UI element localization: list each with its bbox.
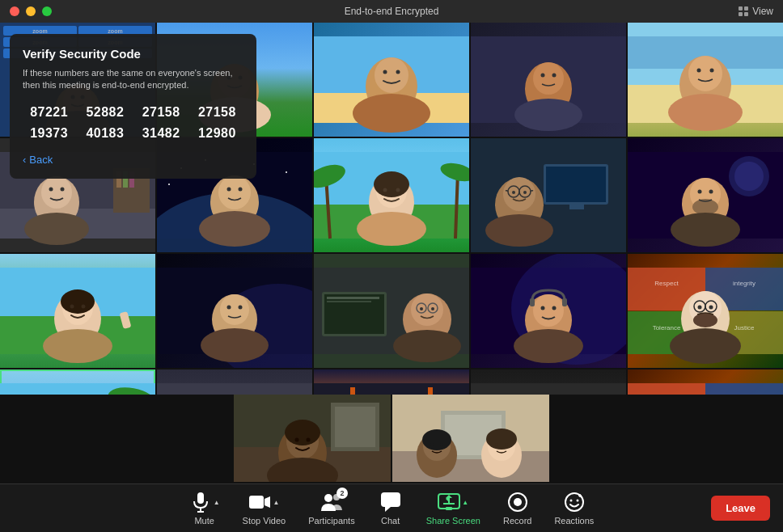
svg-point-217 — [295, 438, 299, 442]
code-1: 87221 — [23, 105, 75, 120]
bottom-partial-row — [0, 395, 783, 483]
svg-point-251 — [514, 498, 522, 506]
svg-point-233 — [505, 443, 508, 446]
svg-marker-245 — [446, 495, 452, 498]
video-cell-13 — [314, 254, 469, 368]
security-description: If these numbers are the same on everyon… — [23, 67, 243, 92]
svg-point-19 — [396, 70, 400, 74]
svg-rect-126 — [530, 298, 535, 306]
svg-point-45 — [24, 213, 89, 245]
record-icon — [506, 491, 529, 513]
view-button[interactable]: View — [738, 6, 773, 17]
code-6: 40183 — [78, 126, 131, 141]
svg-rect-111 — [327, 301, 371, 302]
participants-button[interactable]: 2 Participants — [297, 491, 366, 526]
svg-point-67 — [383, 188, 387, 192]
svg-point-51 — [168, 184, 170, 185]
svg-point-113 — [411, 293, 443, 326]
close-button[interactable] — [10, 6, 19, 16]
code-8: 12980 — [191, 126, 243, 141]
bottom-cell-1 — [234, 395, 391, 482]
video-cell-9 — [471, 138, 626, 252]
video-cell-8 — [314, 138, 469, 252]
video-label: Stop Video — [243, 516, 286, 526]
svg-rect-237 — [249, 496, 264, 509]
svg-rect-234 — [197, 492, 204, 504]
participants-label: Participants — [308, 516, 354, 526]
microphone-icon — [189, 491, 212, 513]
svg-point-228 — [440, 443, 443, 446]
svg-point-23 — [533, 62, 564, 95]
leave-button[interactable]: Leave — [711, 496, 770, 521]
participants-badge: 2 — [336, 488, 348, 499]
svg-point-232 — [495, 443, 498, 446]
svg-point-97 — [82, 305, 86, 309]
svg-point-25 — [552, 74, 557, 78]
svg-rect-73 — [569, 205, 584, 209]
bottom-cell-2 — [392, 395, 549, 482]
svg-point-144 — [670, 328, 741, 364]
svg-point-18 — [383, 70, 387, 74]
video-cell-5 — [628, 23, 783, 137]
svg-point-33 — [710, 69, 714, 73]
window-controls[interactable] — [10, 6, 52, 16]
maximize-button[interactable] — [42, 6, 52, 16]
share-chevron[interactable]: ▲ — [462, 499, 468, 506]
code-2: 52882 — [78, 105, 131, 120]
svg-point-123 — [541, 306, 545, 310]
back-button[interactable]: ‹ Back — [23, 154, 243, 166]
svg-marker-238 — [265, 496, 270, 508]
titlebar: End-to-end Encrypted View — [0, 0, 783, 23]
code-5: 19373 — [23, 126, 75, 141]
mute-button[interactable]: ▲ Mute — [178, 491, 231, 526]
svg-rect-72 — [546, 167, 606, 202]
mute-chevron[interactable]: ▲ — [214, 499, 220, 506]
share-screen-button[interactable]: ▲ Share Screen — [415, 491, 492, 526]
svg-point-34 — [668, 94, 743, 131]
svg-point-90 — [671, 213, 740, 247]
svg-rect-3 — [744, 12, 748, 16]
video-cell-3 — [314, 23, 469, 137]
svg-point-54 — [218, 175, 251, 209]
svg-point-98 — [43, 329, 112, 363]
code-7: 31482 — [135, 126, 188, 141]
mute-label: Mute — [194, 516, 214, 526]
window-title: End-to-end Encrypted — [345, 6, 439, 17]
svg-rect-0 — [739, 6, 743, 11]
svg-point-81 — [485, 214, 553, 247]
back-label: Back — [29, 154, 53, 166]
chat-icon — [379, 491, 402, 513]
svg-rect-249 — [446, 507, 452, 510]
svg-point-20 — [353, 94, 430, 133]
svg-point-227 — [430, 443, 434, 446]
svg-text:Respect: Respect — [654, 280, 679, 287]
view-icon — [738, 6, 749, 17]
svg-point-79 — [512, 191, 515, 194]
video-chevron[interactable]: ▲ — [273, 499, 279, 506]
video-button[interactable]: ▲ Stop Video — [231, 491, 298, 526]
svg-point-125 — [514, 329, 583, 363]
svg-point-118 — [393, 330, 461, 362]
video-cell-11 — [0, 254, 155, 368]
svg-point-239 — [324, 494, 332, 502]
svg-point-89 — [709, 190, 713, 194]
reactions-button[interactable]: Reactions — [543, 491, 605, 526]
view-label: View — [752, 6, 773, 17]
minimize-button[interactable] — [26, 6, 36, 16]
svg-point-142 — [709, 306, 713, 310]
security-overlay: Verify Security Code If these numbers ar… — [10, 34, 256, 179]
chat-button[interactable]: Chat — [366, 491, 415, 526]
record-button[interactable]: Record — [492, 491, 543, 526]
svg-point-42 — [41, 176, 72, 209]
video-icon — [248, 491, 271, 513]
svg-rect-213 — [335, 407, 375, 447]
svg-point-66 — [374, 171, 409, 197]
svg-point-104 — [227, 306, 231, 310]
svg-point-32 — [697, 69, 701, 73]
svg-point-55 — [227, 188, 231, 192]
reactions-icon — [563, 491, 586, 513]
back-chevron: ‹ — [23, 154, 26, 166]
svg-point-122 — [533, 294, 564, 327]
svg-point-17 — [375, 57, 408, 93]
video-cell-15: Respect integrity Tolerance Justice — [628, 254, 783, 368]
